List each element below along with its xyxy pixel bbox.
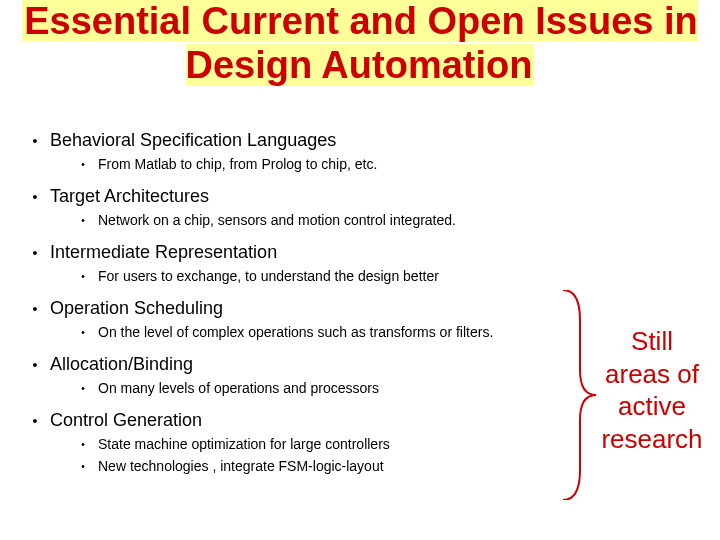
level1-label: Target Architectures [50, 186, 209, 207]
level1-row: • Operation Scheduling [20, 298, 580, 320]
bullet-icon: • [68, 324, 98, 342]
level1-label: Behavioral Specification Languages [50, 130, 336, 151]
bullet-icon: • [20, 410, 50, 432]
level2-row: • New technologies , integrate FSM-logic… [20, 458, 580, 476]
bullet-icon: • [20, 298, 50, 320]
level1-row: • Behavioral Specification Languages [20, 130, 580, 152]
bullet-icon: • [20, 186, 50, 208]
level2-label: New technologies , integrate FSM-logic-l… [98, 458, 384, 474]
bullet-icon: • [68, 436, 98, 454]
list-item: • Intermediate Representation • For user… [20, 242, 580, 286]
level1-row: • Target Architectures [20, 186, 580, 208]
level1-label: Allocation/Binding [50, 354, 193, 375]
level1-label: Intermediate Representation [50, 242, 277, 263]
level2-label: On the level of complex operations such … [98, 324, 493, 340]
slide: Essential Current and Open Issues in Des… [0, 0, 720, 540]
level2-row: • From Matlab to chip, from Prolog to ch… [20, 156, 580, 174]
title-container: Essential Current and Open Issues in Des… [0, 0, 720, 87]
level1-label: Control Generation [50, 410, 202, 431]
content-list: • Behavioral Specification Languages • F… [20, 130, 580, 488]
list-item: • Operation Scheduling • On the level of… [20, 298, 580, 342]
bullet-icon: • [68, 458, 98, 476]
list-item: • Allocation/Binding • On many levels of… [20, 354, 580, 398]
bullet-icon: • [68, 380, 98, 398]
level1-row: • Control Generation [20, 410, 580, 432]
bullet-icon: • [20, 130, 50, 152]
level2-label: For users to exchange, to understand the… [98, 268, 439, 284]
level2-row: • On many levels of operations and proce… [20, 380, 580, 398]
list-item: • Behavioral Specification Languages • F… [20, 130, 580, 174]
slide-title: Essential Current and Open Issues in Des… [22, 0, 698, 86]
bullet-icon: • [20, 354, 50, 376]
bullet-icon: • [68, 156, 98, 174]
level1-label: Operation Scheduling [50, 298, 223, 319]
list-item: • Target Architectures • Network on a ch… [20, 186, 580, 230]
level2-row: • State machine optimization for large c… [20, 436, 580, 454]
level2-label: Network on a chip, sensors and motion co… [98, 212, 456, 228]
callout-text: Still areas of active research [596, 325, 708, 455]
level2-label: State machine optimization for large con… [98, 436, 390, 452]
bullet-icon: • [20, 242, 50, 264]
level2-label: From Matlab to chip, from Prolog to chip… [98, 156, 377, 172]
level2-row: • For users to exchange, to understand t… [20, 268, 580, 286]
bullet-icon: • [68, 212, 98, 230]
brace-icon [558, 290, 598, 500]
level2-row: • On the level of complex operations suc… [20, 324, 580, 342]
bullet-icon: • [68, 268, 98, 286]
level2-label: On many levels of operations and process… [98, 380, 379, 396]
level1-row: • Allocation/Binding [20, 354, 580, 376]
list-item: • Control Generation • State machine opt… [20, 410, 580, 476]
level2-row: • Network on a chip, sensors and motion … [20, 212, 580, 230]
level1-row: • Intermediate Representation [20, 242, 580, 264]
